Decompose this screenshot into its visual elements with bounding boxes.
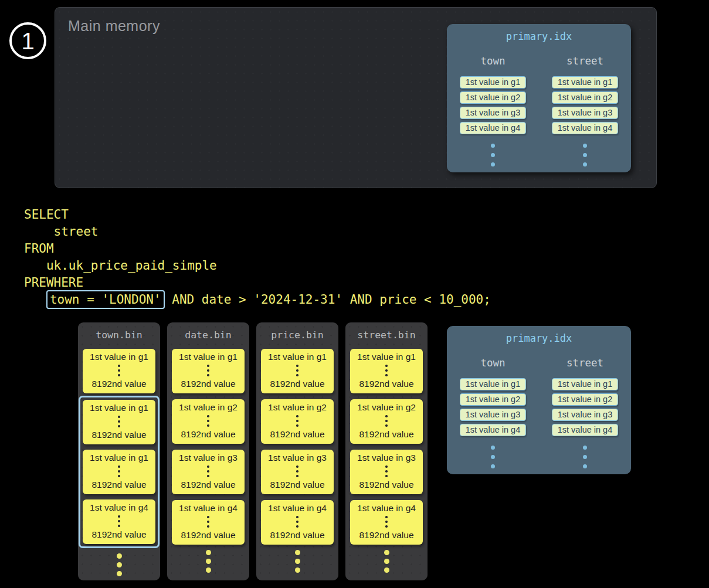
ellipsis-dots-icon	[207, 465, 209, 477]
ellipsis-dots-icon	[385, 516, 388, 528]
granule-last-value: 8192nd value	[359, 429, 413, 440]
primary-idx-box-disk: primary.idx town 1st value in g1 1st val…	[447, 326, 631, 474]
ellipsis-dots-icon	[118, 365, 120, 376]
index-entry: 1st value in g1	[552, 76, 618, 89]
ellipsis-dots-icon	[583, 144, 587, 166]
more-granules-dots-icon	[256, 550, 338, 573]
bin-town: town.bin 1st value in g1 8192nd value 1s…	[78, 322, 160, 580]
primary-idx-title: primary.idx	[447, 332, 631, 344]
more-granules-dots-icon	[167, 550, 249, 573]
index-entry: 1st value in g3	[552, 107, 618, 119]
step-badge: 1	[9, 22, 46, 59]
more-granules-dots-icon	[78, 553, 160, 576]
index-entry: 1st value in g2	[460, 393, 526, 406]
granule-last-value: 8192nd value	[181, 530, 235, 541]
sql-line-select-column: street	[24, 225, 98, 239]
granule: 1st value in g1 8192nd value	[83, 349, 155, 393]
primary-idx-title: primary.idx	[447, 30, 631, 42]
ellipsis-dots-icon	[491, 144, 495, 166]
granule-last-value: 8192nd value	[91, 480, 146, 490]
ellipsis-dots-icon	[296, 465, 298, 477]
granule-first-value: 1st value in g1	[268, 352, 327, 362]
index-entry: 1st value in g4	[552, 122, 618, 134]
primary-idx-column-street: street 1st value in g1 1st value in g2 1…	[539, 357, 631, 468]
bin-body: 1st value in g1 8192nd value 1st value i…	[78, 349, 160, 548]
index-entry: 1st value in g1	[460, 76, 526, 89]
sql-indent	[24, 293, 46, 307]
granule-first-value: 1st value in g1	[90, 352, 148, 362]
column-name: town	[480, 55, 505, 67]
bin-body: 1st value in g1 8192nd value 1st value i…	[167, 349, 249, 545]
sql-highlighted-predicate: town = 'LONDON'	[46, 290, 165, 309]
ellipsis-dots-icon	[207, 415, 209, 427]
primary-idx-column-town: town 1st value in g1 1st value in g2 1st…	[447, 55, 539, 166]
index-entry: 1st value in g3	[552, 409, 618, 421]
ellipsis-dots-icon	[207, 516, 209, 528]
ellipsis-dots-icon	[118, 416, 120, 427]
ellipsis-dots-icon	[296, 516, 298, 528]
granule-first-value: 1st value in g1	[179, 352, 238, 362]
granule: 1st value in g3 8192nd value	[350, 450, 423, 494]
granule-last-value: 8192nd value	[270, 379, 324, 389]
granule-first-value: 1st value in g3	[268, 453, 327, 463]
column-name: town	[480, 357, 505, 369]
granule-last-value: 8192nd value	[270, 530, 324, 541]
sql-line-from: FROM	[24, 242, 54, 256]
granule: 1st value in g2 8192nd value	[350, 399, 423, 444]
ellipsis-dots-icon	[385, 365, 388, 376]
granule-last-value: 8192nd value	[181, 429, 235, 440]
granule-last-value: 8192nd value	[359, 480, 413, 490]
main-memory-panel: Main memory primary.idx town 1st value i…	[55, 7, 657, 188]
bin-title: street.bin	[345, 329, 428, 341]
primary-idx-box-memory: primary.idx town 1st value in g1 1st val…	[447, 24, 631, 172]
primary-idx-columns: town 1st value in g1 1st value in g2 1st…	[447, 55, 631, 166]
granule-last-value: 8192nd value	[91, 430, 146, 440]
granule: 1st value in g1 8192nd value	[172, 349, 245, 393]
granule: 1st value in g4 8192nd value	[261, 500, 334, 545]
diagram-canvas: 1 Main memory primary.idx town 1st value…	[0, 0, 709, 588]
bin-body: 1st value in g1 8192nd value 1st value i…	[345, 349, 428, 545]
granule-first-value: 1st value in g2	[179, 402, 238, 413]
granule-first-value: 1st value in g1	[357, 352, 416, 362]
granule-first-value: 1st value in g4	[357, 503, 416, 514]
index-entry: 1st value in g2	[552, 91, 618, 104]
granule-first-value: 1st value in g4	[90, 502, 148, 513]
granule: 1st value in g3 8192nd value	[261, 450, 334, 494]
ellipsis-dots-icon	[296, 365, 298, 376]
granule-last-value: 8192nd value	[270, 480, 324, 490]
granule-first-value: 1st value in g3	[357, 453, 416, 463]
granule-last-value: 8192nd value	[181, 480, 235, 490]
ellipsis-dots-icon	[491, 446, 495, 468]
granule-first-value: 1st value in g4	[179, 503, 238, 514]
index-entry: 1st value in g3	[460, 409, 526, 421]
granule-first-value: 1st value in g4	[268, 503, 327, 514]
granule-first-value: 1st value in g1	[90, 453, 148, 463]
ellipsis-dots-icon	[296, 415, 298, 427]
granule-selected: 1st value in g1 8192nd value	[83, 450, 155, 494]
ellipsis-dots-icon	[583, 446, 587, 468]
granule-first-value: 1st value in g3	[179, 453, 238, 463]
granule-last-value: 8192nd value	[181, 379, 235, 389]
index-entry: 1st value in g4	[460, 122, 526, 134]
bin-title: town.bin	[78, 329, 160, 341]
primary-idx-columns: town 1st value in g1 1st value in g2 1st…	[447, 357, 631, 468]
sql-line-table: uk.uk_price_paid_simple	[24, 259, 217, 273]
index-entry: 1st value in g1	[552, 378, 618, 390]
step-number: 1	[21, 29, 34, 53]
granule-first-value: 1st value in g2	[268, 402, 327, 413]
granule: 1st value in g2 8192nd value	[172, 399, 245, 444]
index-entry: 1st value in g2	[552, 393, 618, 406]
bin-body: 1st value in g1 8192nd value 1st value i…	[256, 349, 338, 545]
index-entry: 1st value in g2	[460, 91, 526, 104]
sql-line-prewhere: PREWHERE	[24, 276, 83, 290]
granule-last-value: 8192nd value	[91, 529, 146, 540]
bin-street: street.bin 1st value in g1 8192nd value …	[345, 322, 428, 580]
sql-query: SELECT street FROM uk.uk_price_paid_simp…	[24, 206, 491, 308]
granule: 1st value in g1 8192nd value	[350, 349, 423, 393]
granule: 1st value in g3 8192nd value	[172, 450, 245, 494]
ellipsis-dots-icon	[207, 365, 209, 376]
index-entry: 1st value in g4	[552, 424, 618, 436]
granule: 1st value in g1 8192nd value	[261, 349, 334, 393]
sql-line-select: SELECT	[24, 208, 69, 222]
granule-first-value: 1st value in g2	[357, 402, 416, 413]
